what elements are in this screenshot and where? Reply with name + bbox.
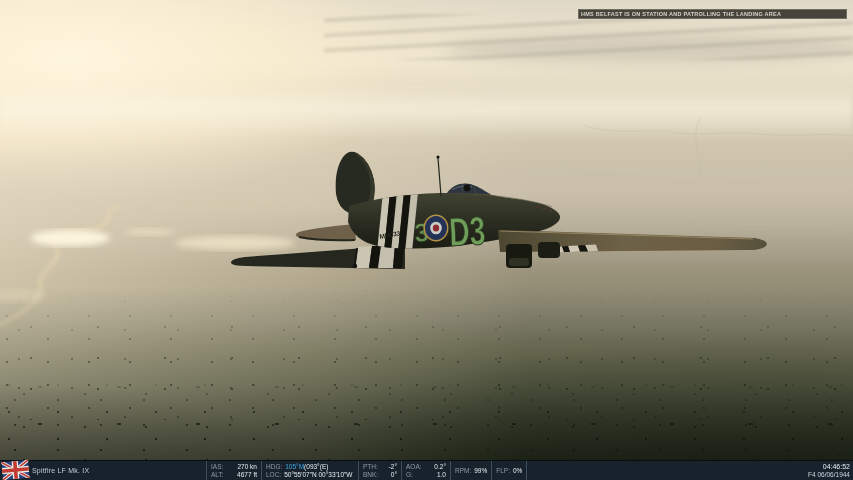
aircraft-name-label: Spitfire LF Mk. IX xyxy=(32,461,89,480)
flp-label: FLP: xyxy=(496,467,510,475)
hdg-label: HDG: xyxy=(266,463,282,471)
aircraft-roundel xyxy=(424,215,449,242)
loc-label: LOC: xyxy=(266,471,281,479)
haze-patch xyxy=(170,195,350,215)
pth-value: -2° xyxy=(389,463,397,471)
pilot-head xyxy=(464,185,471,192)
g-value: 1.0 xyxy=(437,471,446,479)
bnk-label: BNK: xyxy=(363,471,378,479)
rpm-label: RPM: xyxy=(455,467,471,475)
heading-location-group: HDG:105°M(093°(E) LOC:50°55'07"N 00°33'1… xyxy=(261,461,358,480)
info-bar: Spitfire LF Mk. IX IAS:270 kn ALT:4677 f… xyxy=(0,460,853,480)
notification-text: HMS BELFAST IS ON STATION AND PATROLLING… xyxy=(581,11,781,17)
mission-clock: 04:46:52 F4 06/06/1944 xyxy=(808,461,850,480)
aircraft-code-right: D3 xyxy=(448,208,486,254)
hdg-magnetic: 105°M xyxy=(285,463,304,471)
alt-value: 4677 ft xyxy=(237,471,257,479)
flaps-group: FLP:0% xyxy=(491,461,527,480)
game-viewport[interactable]: MH033 3 D3 xyxy=(0,0,853,480)
g-label: G: xyxy=(406,471,413,479)
pitch-bank-group: PTH:-2° BNK:0° xyxy=(358,461,401,480)
aircraft-invasion-stripes: MH033 xyxy=(377,192,418,252)
rpm-group: RPM:99% xyxy=(450,461,491,480)
aoa-label: AOA: xyxy=(406,463,422,471)
flp-value: 0% xyxy=(513,467,522,475)
foreground-trees xyxy=(0,378,853,461)
rpm-value: 99% xyxy=(474,467,487,475)
alt-label: ALT: xyxy=(211,471,224,479)
aoa-value: 0.2° xyxy=(434,463,446,471)
sun-glint xyxy=(30,230,110,246)
mission-date: F4 06/06/1944 xyxy=(808,471,850,479)
ias-value: 270 kn xyxy=(237,463,257,471)
flight-data-groups: IAS:270 kn ALT:4677 ft HDG:105°M(093°(E)… xyxy=(206,461,527,480)
aoa-g-group: AOA:0.2° G:1.0 xyxy=(401,461,450,480)
uk-flag-icon xyxy=(1,460,29,480)
loc-value: 50°55'07"N 00°33'10"W xyxy=(284,471,352,479)
sun-glint xyxy=(175,236,295,250)
speed-altitude-group: IAS:270 kn ALT:4677 ft xyxy=(206,461,261,480)
aircraft-antenna-mast xyxy=(438,158,441,196)
sun-glint xyxy=(125,228,175,236)
bnk-value: 0° xyxy=(391,471,397,479)
pth-label: PTH: xyxy=(363,463,378,471)
notification-banner: HMS BELFAST IS ON STATION AND PATROLLING… xyxy=(578,9,847,19)
hdg-true: (093°(E) xyxy=(304,463,328,471)
ias-label: IAS: xyxy=(211,463,223,471)
aircraft-canopy xyxy=(448,184,490,194)
mission-time: 04:46:52 xyxy=(808,463,850,471)
